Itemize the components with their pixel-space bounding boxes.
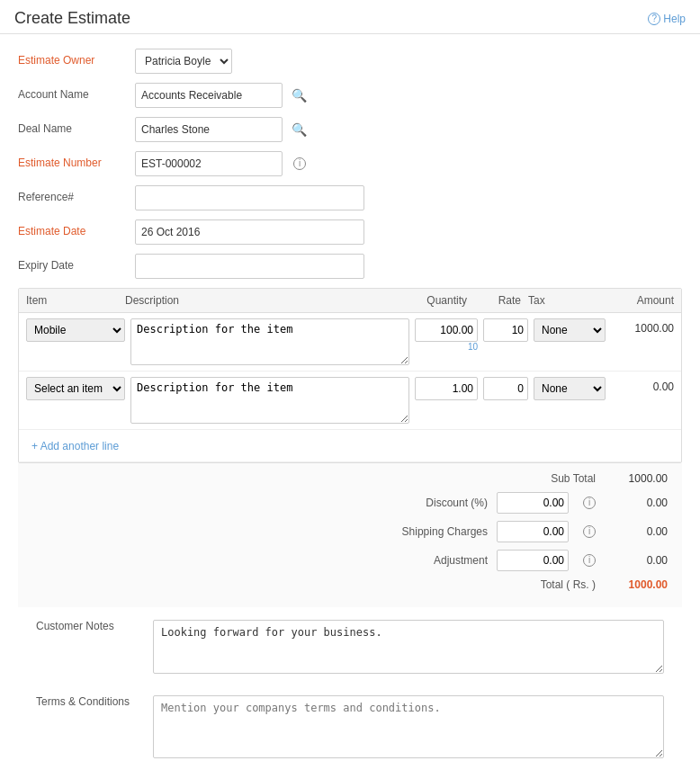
deal-name-field-wrapper: 🔍 (135, 117, 310, 142)
account-name-input[interactable] (135, 83, 283, 108)
reference-input[interactable] (135, 185, 364, 210)
quantity-wrapper-1: 10 (415, 318, 478, 352)
grand-total-value: 1000.00 (605, 578, 668, 591)
totals-section: Sub Total 1000.00 Discount (%) i 0.00 Sh… (18, 463, 682, 607)
col-description-header: Description (125, 294, 386, 307)
subtotal-row: Sub Total 1000.00 (32, 472, 668, 485)
estimate-owner-row: Estimate Owner Patricia Boyle (18, 49, 682, 74)
account-name-row: Account Name 🔍 (18, 83, 682, 108)
estimate-date-row: Estimate Date (18, 219, 682, 245)
adjustment-label: Adjustment (371, 554, 488, 567)
adjustment-input[interactable] (497, 550, 569, 571)
estimate-owner-field-wrapper: Patricia Boyle (135, 49, 232, 74)
col-item-header: Item (26, 294, 125, 307)
estimate-number-row: Estimate Number i (18, 151, 682, 176)
terms-row: Terms & Conditions (36, 695, 664, 758)
account-name-search-button[interactable]: 🔍 (288, 85, 310, 106)
table-row: Select an item Description for the item … (19, 372, 681, 430)
col-rate-header: Rate (467, 294, 521, 307)
discount-info-icon: i (583, 497, 596, 509)
col-quantity-header: Quantity (386, 294, 467, 307)
reference-label: Reference# (18, 185, 135, 203)
estimate-owner-select[interactable]: Patricia Boyle (135, 49, 232, 74)
account-name-label: Account Name (18, 83, 135, 101)
item-tax-2[interactable]: None (534, 377, 606, 400)
add-line-section: + Add another line (19, 430, 681, 462)
shipping-row: Shipping Charges i 0.00 (32, 521, 668, 542)
form-container: Estimate Owner Patricia Boyle Account Na… (0, 34, 700, 761)
terms-textarea[interactable] (153, 695, 664, 758)
deal-name-input[interactable] (135, 117, 283, 142)
discount-label: Discount (%) (371, 497, 488, 509)
col-amount-header: Amount (602, 294, 674, 307)
discount-value: 0.00 (605, 497, 668, 509)
help-label: Help (663, 13, 686, 25)
item-tax-1[interactable]: None (534, 318, 606, 342)
terms-section: Terms & Conditions (18, 683, 682, 761)
customer-notes-textarea[interactable]: Looking forward for your business. (153, 620, 664, 674)
customer-notes-section: Customer Notes Looking forward for your … (18, 607, 682, 683)
item-desc-2[interactable]: Description for the item (130, 377, 409, 424)
shipping-value: 0.00 (605, 525, 668, 538)
add-another-line-button[interactable]: + Add another line (31, 440, 119, 452)
grand-total-label: Total ( Rs. ) (479, 578, 596, 591)
col-tax-header: Tax (521, 294, 602, 307)
deal-name-label: Deal Name (18, 117, 135, 135)
reference-row: Reference# (18, 185, 682, 210)
deal-name-search-button[interactable]: 🔍 (288, 119, 310, 140)
item-rate-1[interactable] (483, 318, 528, 342)
help-circle-icon: ? (648, 13, 660, 25)
discount-input[interactable] (497, 492, 569, 514)
estimate-number-field-wrapper: i (135, 151, 306, 176)
shipping-info-icon: i (583, 525, 596, 538)
items-table-header: Item Description Quantity Rate Tax Amoun… (19, 289, 681, 313)
expiry-date-row: Expiry Date (18, 254, 682, 279)
quantity-wrapper-2 (415, 377, 478, 400)
expiry-date-input[interactable] (135, 254, 364, 279)
subtotal-label: Sub Total (479, 472, 596, 485)
deal-name-row: Deal Name 🔍 (18, 117, 682, 142)
expiry-date-label: Expiry Date (18, 254, 135, 272)
customer-notes-row: Customer Notes Looking forward for your … (36, 620, 664, 674)
discount-row: Discount (%) i 0.00 (32, 492, 668, 514)
estimate-number-label: Estimate Number (18, 151, 135, 169)
qty-hint-1: 10 (468, 342, 478, 352)
item-rate-2[interactable] (483, 377, 528, 400)
estimate-date-input[interactable] (135, 219, 364, 245)
item-select-2[interactable]: Select an item (26, 377, 125, 400)
grand-total-row: Total ( Rs. ) 1000.00 (32, 578, 668, 591)
estimate-owner-label: Estimate Owner (18, 49, 135, 67)
estimate-date-label: Estimate Date (18, 219, 135, 237)
customer-notes-label: Customer Notes (36, 620, 153, 632)
item-qty-2[interactable] (415, 377, 478, 400)
table-row: Mobile Description for the item 10 None … (19, 313, 681, 372)
item-qty-1[interactable] (415, 318, 478, 342)
shipping-label: Shipping Charges (371, 525, 488, 538)
estimate-number-input[interactable] (135, 151, 283, 176)
account-name-field-wrapper: 🔍 (135, 83, 310, 108)
item-amount-2: 0.00 (611, 377, 674, 393)
item-desc-1[interactable]: Description for the item (130, 318, 409, 365)
adjustment-info-icon: i (583, 554, 596, 567)
items-table: Item Description Quantity Rate Tax Amoun… (18, 288, 682, 463)
adjustment-row: Adjustment i 0.00 (32, 550, 668, 571)
estimate-number-info-icon: i (293, 157, 306, 170)
help-link[interactable]: ? Help (648, 13, 686, 25)
adjustment-value: 0.00 (605, 554, 668, 567)
page-title: Create Estimate (14, 9, 130, 28)
top-bar: Create Estimate ? Help (0, 0, 700, 34)
terms-label: Terms & Conditions (36, 695, 153, 708)
subtotal-value: 1000.00 (605, 472, 668, 485)
shipping-input[interactable] (497, 521, 569, 542)
item-amount-1: 1000.00 (611, 318, 674, 335)
item-select-1[interactable]: Mobile (26, 318, 125, 342)
